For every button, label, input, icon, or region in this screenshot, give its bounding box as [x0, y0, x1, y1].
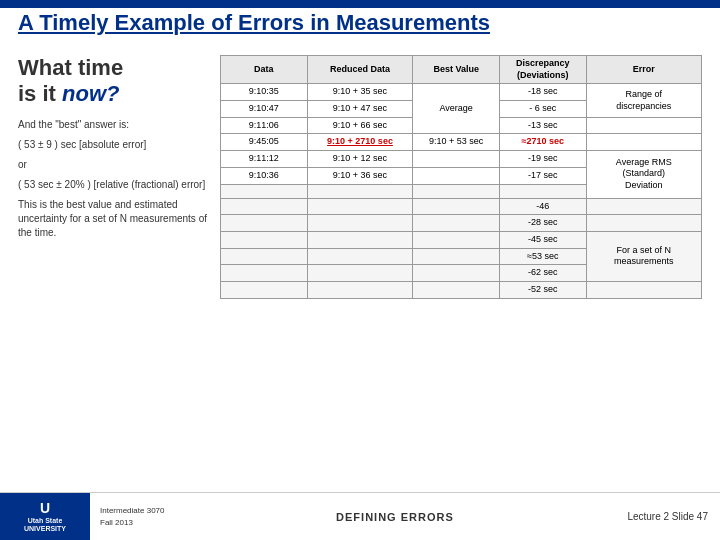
footer-center-text: DEFINING ERRORS	[175, 511, 616, 523]
table-row: 9:11:12 9:10 + 12 sec -19 sec Average RM…	[221, 151, 702, 168]
footer-slide-info: Lecture 2 Slide 47	[615, 507, 720, 526]
header-reduced: Reduced Data	[307, 56, 413, 84]
text-best-answer: And the "best" answer is:	[18, 118, 213, 132]
text-description: This is the best value and estimated unc…	[18, 198, 213, 240]
table-row-empty: -52 sec	[221, 281, 702, 298]
text-relative-error: ( 53 sec ± 20% ) [relative (fractional) …	[18, 178, 213, 192]
university-logo: U Utah StateUNIVERSITY	[0, 493, 90, 541]
table-row: 9:45:05 9:10 + 2710 sec 9:10 + 53 sec ≈2…	[221, 134, 702, 151]
measurements-table: Data Reduced Data Best Value Discrepancy…	[220, 55, 702, 299]
table-row-empty: -28 sec	[221, 215, 702, 232]
text-or: or	[18, 158, 213, 172]
table-row: 9:10:35 9:10 + 35 sec Average -18 sec Ra…	[221, 84, 702, 101]
header-error: Error	[586, 56, 701, 84]
left-panel: What time is it now? And the "best" answ…	[18, 55, 213, 490]
footer: U Utah StateUNIVERSITY Intermediate 3070…	[0, 492, 720, 540]
top-bar	[0, 0, 720, 8]
table-row-empty: -45 sec For a set of Nmeasurements	[221, 231, 702, 248]
page-title: A Timely Example of Errors in Measuremen…	[18, 10, 702, 36]
table-row-empty: -46	[221, 198, 702, 215]
footer-course: Intermediate 3070 Fall 2013	[90, 501, 175, 531]
heading-what-time: What time is it now?	[18, 55, 213, 108]
text-absolute-error: ( 53 ± 9 ) sec [absolute error]	[18, 138, 213, 152]
table-area: Data Reduced Data Best Value Discrepancy…	[220, 55, 702, 490]
header-best: Best Value	[413, 56, 500, 84]
header-data: Data	[221, 56, 308, 84]
header-discrepancy: Discrepancy(Deviations)	[499, 56, 586, 84]
